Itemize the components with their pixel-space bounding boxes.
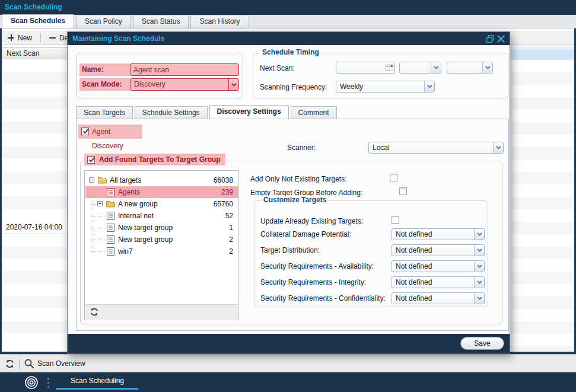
add-found-targets-checkbox[interactable] <box>87 156 95 164</box>
tree-item-all-targets[interactable]: All targets 66038 <box>85 174 238 186</box>
next-scan-minute-select[interactable] <box>447 62 493 74</box>
security-confidentiality-label: Security Requirements - Confidentiality: <box>260 294 386 302</box>
target-group-title: Add Found Targets To Target Group <box>99 155 221 164</box>
list-icon <box>107 247 114 256</box>
toolbar-divider <box>40 33 41 42</box>
chevron-down-icon <box>474 245 484 256</box>
chevron-down-icon <box>431 62 441 73</box>
window-title: Scan Scheduling <box>5 0 62 15</box>
target-group-legend: Add Found Targets To Target Group <box>84 154 225 165</box>
dialog-title: Maintaining Scan Schedule <box>72 32 164 45</box>
main-tabstrip: Scan Schedules Scan Policy Scan Status S… <box>0 15 576 28</box>
update-existing-checkbox[interactable] <box>392 216 399 224</box>
tab-scan-history[interactable]: Scan History <box>190 15 249 28</box>
security-confidentiality-select[interactable]: Not defined <box>392 292 485 304</box>
refresh-icon[interactable] <box>5 359 15 369</box>
save-button[interactable]: Save <box>460 337 504 350</box>
dialog-titlebar: Maintaining Scan Schedule <box>68 32 510 45</box>
name-label: Name: <box>79 63 130 76</box>
taskbar: Scan Scheduling <box>0 372 576 392</box>
table-header-strip <box>511 45 574 50</box>
list-icon <box>107 212 114 220</box>
folder-icon <box>98 176 107 184</box>
next-scan-date-input[interactable] <box>336 62 395 74</box>
chevron-down-icon <box>482 62 492 73</box>
collateral-damage-label: Collateral Damage Potential: <box>260 230 351 238</box>
tab-comment[interactable]: Comment <box>291 106 337 119</box>
minus-icon <box>49 34 56 41</box>
selected-row-highlight[interactable] <box>511 50 574 60</box>
tab-discovery-settings[interactable]: Discovery Settings <box>209 105 289 119</box>
bullseye-icon[interactable] <box>24 375 39 390</box>
search-icon[interactable] <box>24 358 34 369</box>
new-button[interactable]: New <box>2 31 38 45</box>
statusbar-label: Scan Overview <box>37 355 85 372</box>
next-scan-minute-value <box>447 62 482 73</box>
add-only-checkbox[interactable] <box>390 174 397 181</box>
collateral-damage-select[interactable]: Not defined <box>392 228 485 240</box>
scanner-label: Scanner: <box>268 144 316 152</box>
scanning-frequency-label: Scanning Frequency: <box>260 81 327 93</box>
window-titlebar: Scan Scheduling <box>0 0 576 15</box>
collapse-icon[interactable] <box>89 177 94 183</box>
customize-targets-groupbox: Customize Targets Update Already Existin… <box>254 200 488 307</box>
tab-scan-policy[interactable]: Scan Policy <box>76 15 131 28</box>
new-button-label: New <box>18 34 32 42</box>
tree-item-new-target-group-1[interactable]: New target group 1 <box>85 222 238 234</box>
restore-icon[interactable] <box>486 35 494 43</box>
schedule-timing-title: Schedule Timing <box>259 48 322 56</box>
scanning-frequency-value: Weekly <box>336 81 424 92</box>
chevron-down-icon <box>474 293 484 304</box>
tab-scan-status[interactable]: Scan Status <box>133 15 189 28</box>
tree-item-internal-net[interactable]: Internal net 52 <box>85 210 238 222</box>
dialog-tabstrip: Scan Targets Schedule Settings Discovery… <box>76 106 339 119</box>
scanning-frequency-select[interactable]: Weekly <box>336 81 435 93</box>
agent-discovery-label: Agent Discovery <box>92 125 142 153</box>
discovery-settings-panel: Agent Discovery Scanner: Local Add Found… <box>76 119 509 331</box>
statusbar-divider <box>19 359 20 369</box>
dialog-footer: Save <box>68 334 510 353</box>
tree-footer <box>85 304 238 319</box>
tree-item-new-target-group-2[interactable]: New target group 2 <box>85 234 238 246</box>
scanner-select[interactable]: Local <box>368 142 504 154</box>
security-availability-select[interactable]: Not defined <box>392 260 485 272</box>
close-icon[interactable] <box>497 35 505 43</box>
tab-scan-schedules[interactable]: Scan Schedules <box>2 14 74 28</box>
scanner-value: Local <box>369 142 493 153</box>
statusbar: Scan Overview <box>0 354 576 372</box>
target-tree: All targets 66038 Agents 239 <box>84 170 239 320</box>
next-scan-label: Next Scan: <box>260 62 295 74</box>
next-scan-date-value <box>336 62 384 73</box>
tree-item-agents[interactable]: Agents 239 <box>85 186 238 198</box>
folder-icon <box>106 200 115 208</box>
tab-scan-targets[interactable]: Scan Targets <box>76 106 133 119</box>
next-scan-hour-select[interactable] <box>399 62 441 74</box>
chevron-down-icon <box>424 81 434 92</box>
security-integrity-select[interactable]: Not defined <box>392 276 485 288</box>
chevron-down-icon <box>228 79 238 90</box>
expand-icon[interactable] <box>97 201 103 206</box>
security-integrity-label: Security Requirements - Integrity: <box>260 278 366 286</box>
list-icon <box>107 224 114 232</box>
taskbar-active-task[interactable]: Scan Scheduling <box>56 372 138 388</box>
tree-item-a-new-group[interactable]: A new group 65760 <box>85 198 238 210</box>
agent-discovery-option: Agent Discovery <box>78 125 142 139</box>
refresh-icon[interactable] <box>90 307 99 317</box>
empty-group-checkbox[interactable] <box>399 187 407 195</box>
target-distribution-select[interactable]: Not defined <box>392 244 485 256</box>
plus-icon <box>8 34 14 41</box>
calendar-icon[interactable] <box>384 62 394 73</box>
chevron-down-icon <box>474 229 484 240</box>
app-window: Scan Scheduling Scan Schedules Scan Poli… <box>0 0 576 392</box>
name-input[interactable] <box>130 63 239 76</box>
chevron-down-icon <box>474 261 484 272</box>
table-stripes-right <box>511 60 574 352</box>
scan-mode-select[interactable]: Discovery <box>130 78 239 91</box>
tab-schedule-settings[interactable]: Schedule Settings <box>135 106 208 119</box>
update-existing-label: Update Already Existing Targets: <box>260 217 363 225</box>
agent-discovery-checkbox[interactable] <box>81 128 89 135</box>
security-availability-label: Security Requirements - Availability: <box>260 262 374 270</box>
tree-item-win7[interactable]: win7 2 <box>85 246 238 257</box>
chevron-down-icon <box>493 142 503 153</box>
target-distribution-label: Target Distribution: <box>260 246 320 254</box>
